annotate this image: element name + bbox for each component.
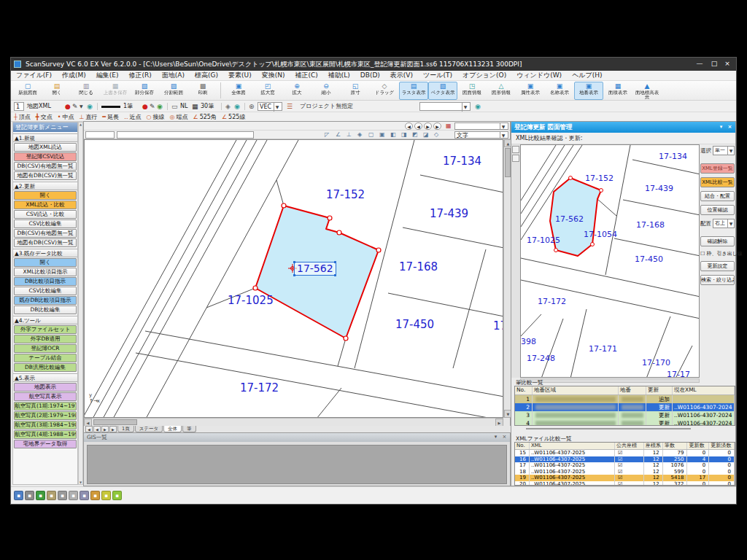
maximize-button[interactable]: □	[707, 59, 721, 69]
table-row[interactable]: 3更新..W01106-4307-2024	[515, 411, 735, 419]
column-header[interactable]: 座標系	[644, 443, 663, 449]
overview-scrollbar[interactable]	[520, 378, 700, 383]
table-row[interactable]: 4更新..W01106-4307-2024	[515, 419, 735, 426]
xml-file-compare-table[interactable]: No.XML公共座標座標系筆数更新数更新済数15..W01106-4307-20…	[514, 442, 735, 486]
toolbar-button[interactable]: ▦面積表示	[603, 82, 632, 100]
pen-green-icon[interactable]: ▪	[112, 491, 122, 500]
sidebar-item[interactable]: 既存DB比較項目指示	[14, 296, 77, 305]
snap-mode-button[interactable]: ∠525線	[222, 112, 245, 121]
pen2-icon[interactable]: ✎	[150, 102, 155, 111]
column-header[interactable]: No.	[515, 443, 530, 449]
pen-icon[interactable]: ✎	[72, 102, 78, 111]
map-horizontal-scrollbar[interactable]: ◀ ▶	[84, 418, 503, 426]
sidebar-item[interactable]: DB(CSV)有地図無一覧	[14, 162, 77, 171]
sidebar-item[interactable]: 地図表示	[14, 383, 77, 392]
selected-parcel-label[interactable]: 17-562	[294, 262, 336, 276]
pen-dropdown-icon[interactable]: ▼	[80, 102, 83, 111]
public-coord-checkbox[interactable]: ☑	[615, 456, 644, 463]
profile-select[interactable]: ▼	[419, 102, 471, 111]
menu-item[interactable]: ツール(T)	[418, 71, 457, 80]
selection-handle[interactable]	[334, 261, 336, 263]
strip-button[interactable]	[512, 155, 519, 162]
snap-mode-button[interactable]: ╋交点	[36, 112, 53, 121]
sidebar-item[interactable]: DB汎用比較編集	[14, 363, 77, 372]
menu-item[interactable]: 修正(R)	[124, 71, 157, 80]
sidebar-item[interactable]: CSV読込・比較	[14, 210, 77, 219]
selection-handle[interactable]	[293, 261, 295, 263]
配置-select[interactable]: 右上▼	[713, 219, 735, 228]
table-row[interactable]: 20..W01106-4307-2025☑1237200	[515, 481, 735, 486]
menu-item[interactable]: ウィンドウ(W)	[511, 71, 567, 80]
menu-item[interactable]: DB(D)	[355, 71, 385, 80]
sidebar-section-header[interactable]: ▲5.表示	[13, 373, 77, 382]
toolbar-button[interactable]: ◱原寸	[341, 82, 370, 100]
toolbar-button[interactable]: ◳図面情報	[457, 82, 487, 100]
menu-item[interactable]: 面地(A)	[157, 71, 190, 80]
edit-tool-icon[interactable]: ⊥	[347, 131, 352, 139]
toolbar-button[interactable]: ▤開く	[42, 82, 71, 100]
table-row[interactable]: 18..W01106-4307-2025☑1259900	[515, 469, 735, 475]
toolbar-button[interactable]: ▲面地標高表示	[632, 82, 662, 100]
menu-item[interactable]: 補正(C)	[290, 71, 322, 80]
panel-button[interactable]: 検索・絞り込み	[700, 275, 735, 285]
edit-tool-icon[interactable]: ◪	[423, 131, 429, 139]
sidebar-item[interactable]: 登記簿OCR	[14, 344, 77, 353]
toolbar-button[interactable]: ⊖縮小	[311, 82, 341, 100]
snap-mode-button[interactable]: ═延長	[102, 112, 119, 121]
h-scroll-thumb[interactable]	[93, 419, 137, 425]
nl-label[interactable]: NL	[180, 102, 190, 111]
sidebar-item[interactable]: 外字DB適用	[14, 335, 77, 343]
sidebar-item[interactable]: DB(CSV)有地図無一覧	[14, 229, 77, 238]
menu-item[interactable]: 標高(G)	[190, 71, 223, 80]
sidebar-item[interactable]: DB比較項目指示	[14, 277, 77, 286]
sidebar-item[interactable]: 航空写真(3期:1984~1986)	[14, 421, 77, 429]
toolbar-button[interactable]: △図形情報	[487, 82, 516, 100]
column-header[interactable]: XML	[530, 443, 615, 449]
parcel-compare-table[interactable]: No.地番区域地番更新現在XML1追加2更新..W01106-4307-2024…	[514, 386, 735, 426]
sidebar-item[interactable]: 航空写真(1期:1974~1978)	[14, 402, 77, 411]
sidebar-item[interactable]: テーブル結合	[14, 354, 77, 362]
menu-item[interactable]: 補助(L)	[323, 71, 355, 80]
menu-item[interactable]: ファイル(F)	[11, 71, 57, 80]
panel-button[interactable]: XML登録一覧	[700, 163, 735, 174]
scroll-up-icon[interactable]: ▲	[79, 122, 82, 126]
menu-item[interactable]: 変換(N)	[257, 71, 290, 80]
picker-icon[interactable]: ◉	[234, 102, 240, 111]
edit-tool-icon[interactable]: ∠	[336, 131, 341, 139]
layers-icon[interactable]: ▪	[58, 491, 67, 500]
view-select[interactable]: ▼	[454, 122, 508, 130]
toolbar-button[interactable]: ◇ドラッグ	[370, 82, 399, 100]
link-icon[interactable]: ▪	[14, 491, 23, 500]
column-header[interactable]: 更新済数	[709, 443, 735, 449]
panel-button[interactable]: 確認解除	[700, 236, 735, 246]
tab-nav-icon[interactable]: ◀	[93, 426, 101, 432]
sidebar-section-header[interactable]: ▲3.既存データ比較	[13, 249, 77, 257]
home-icon[interactable]: ▪	[90, 491, 100, 500]
column-header[interactable]: 筆数	[663, 443, 688, 449]
panel-button[interactable]: 位置確認	[700, 205, 735, 215]
menu-item[interactable]: オプション(O)	[457, 71, 511, 80]
overview-map-canvas[interactable]: 17-13417-15217-43917-56217-105417-16817-…	[520, 144, 700, 378]
attribute-brush-icon[interactable]: ◉	[157, 102, 163, 111]
map-canvas[interactable]: 17-13417-15217-43917-16817-102517-45017-…	[84, 139, 503, 418]
pen-yellow-icon[interactable]: ▪	[101, 491, 111, 500]
nav-back-icon[interactable]: ◀	[405, 122, 413, 130]
menu-item[interactable]: 要素(U)	[223, 71, 257, 80]
menu-item[interactable]: ヘルプ(H)	[567, 71, 607, 80]
panel-title-bar[interactable]: 登記簿更新 図面管理 ▾ ×	[511, 122, 735, 133]
toolbar-button[interactable]: ▩印刷	[188, 82, 217, 100]
gis-collapse-icon[interactable]: ▾	[492, 434, 500, 441]
map-tab-筆[interactable]: 筆	[182, 426, 196, 432]
sidebar-item[interactable]: 外字ファイルセット	[14, 325, 77, 334]
column-header[interactable]: 更新	[646, 386, 673, 394]
pen2-color-icon[interactable]: ●	[142, 102, 148, 111]
scroll-down-icon[interactable]: ▼	[79, 481, 82, 484]
strip-button[interactable]	[512, 146, 519, 153]
edit-tool-icon[interactable]: ◸	[325, 131, 329, 139]
edit-icon[interactable]: ▪	[36, 491, 45, 500]
column-header[interactable]: 現在XML	[673, 386, 735, 394]
toolbar-button[interactable]: ▤ラスタ表示	[399, 82, 428, 100]
snap-mode-button[interactable]: ○接線	[147, 112, 165, 121]
sidebar-item[interactable]: 地図有DB(CSV)無一覧	[14, 171, 77, 180]
layer-name-label[interactable]: 地図XML	[27, 102, 61, 111]
